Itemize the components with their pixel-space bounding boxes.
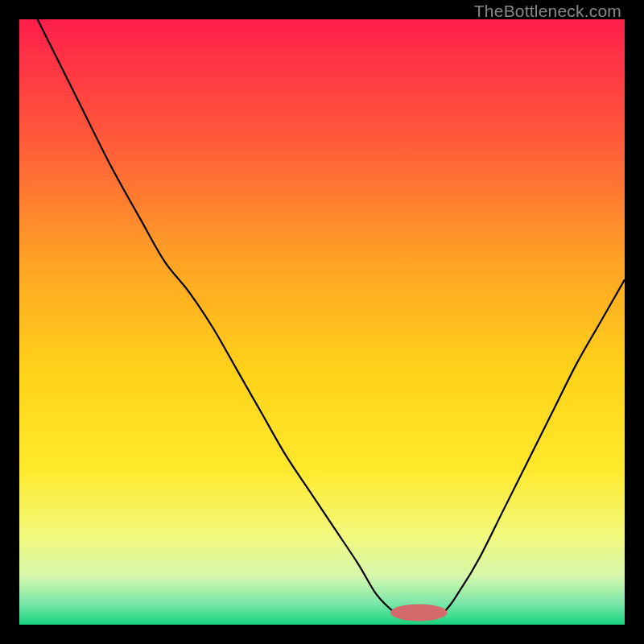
- gradient-background: [19, 19, 625, 625]
- chart-svg: [19, 19, 625, 625]
- plot-area: [19, 19, 625, 625]
- chart-frame: TheBottleneck.com: [0, 0, 644, 644]
- watermark-text: TheBottleneck.com: [474, 2, 621, 21]
- optimal-marker: [390, 604, 448, 621]
